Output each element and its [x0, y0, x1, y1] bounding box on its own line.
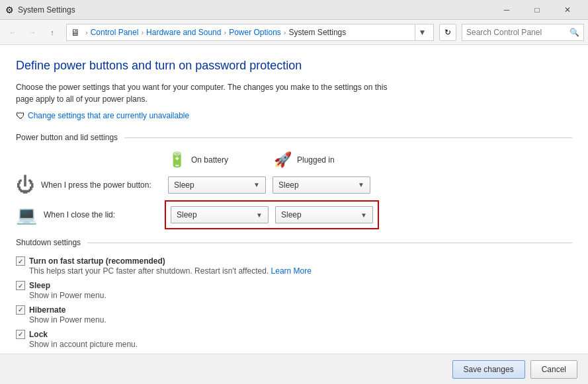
- lid-close-icon: 💻: [16, 205, 37, 225]
- description: Choose the power settings that you want …: [16, 81, 572, 105]
- maximize-button[interactable]: □: [522, 0, 552, 20]
- learn-more-link[interactable]: Learn More: [271, 266, 312, 276]
- refresh-button[interactable]: ↻: [439, 24, 456, 41]
- chevron-down-icon: ▼: [256, 211, 263, 219]
- save-button[interactable]: Save changes: [452, 360, 525, 379]
- breadcrumb-current: System Settings: [289, 28, 347, 37]
- window-title: System Settings: [18, 5, 491, 15]
- sleep-item: Sleep Show in Power menu.: [16, 281, 572, 301]
- lid-battery-dropdown[interactable]: Sleep ▼: [171, 206, 269, 223]
- window-controls: ─ □ ✕: [491, 0, 583, 20]
- lock-sublabel: Show in account picture menu.: [29, 339, 572, 350]
- power-button-dropdowns: Sleep ▼ Sleep ▼: [168, 176, 370, 194]
- minimize-button[interactable]: ─: [491, 0, 522, 20]
- navbar: ← → ↑ 🖥 › Control Panel › Hardware and S…: [0, 20, 588, 45]
- power-button-plugged-dropdown[interactable]: Sleep ▼: [273, 176, 370, 194]
- lid-close-label: When I close the lid:: [44, 210, 115, 219]
- cancel-button[interactable]: Cancel: [530, 360, 577, 379]
- shutdown-section-divider: Shutdown settings: [16, 238, 572, 247]
- lid-plugged-dropdown[interactable]: Sleep ▼: [275, 206, 373, 223]
- shield-icon: 🛡: [16, 110, 25, 121]
- forward-button[interactable]: →: [24, 24, 41, 41]
- power-button-icon: ⏻: [16, 174, 34, 196]
- lock-label: Lock: [29, 330, 48, 339]
- sleep-checkbox[interactable]: [16, 281, 25, 290]
- fast-startup-row: Turn on fast startup (recommended): [16, 256, 572, 266]
- search-icon: 🔍: [569, 28, 579, 37]
- pluggedin-icon: 🚀: [274, 151, 292, 169]
- column-header-plugged: 🚀 Plugged in: [274, 151, 380, 169]
- shutdown-divider-line: [87, 243, 572, 243]
- fast-startup-label: Turn on fast startup (recommended): [29, 256, 165, 266]
- chevron-down-icon: ▼: [360, 211, 367, 219]
- address-folder-icon: 🖥: [71, 27, 80, 38]
- power-table: 🔋 On battery 🚀 Plugged in ⏻ When I press…: [16, 151, 572, 226]
- back-button[interactable]: ←: [4, 24, 21, 41]
- search-input[interactable]: [466, 28, 569, 37]
- hibernate-row: Hibernate: [16, 305, 572, 315]
- column-header-battery: 🔋 On battery: [168, 151, 274, 169]
- fast-startup-sublabel: This helps start your PC faster after sh…: [29, 266, 572, 277]
- lock-row: Lock: [16, 330, 572, 339]
- hibernate-sublabel: Show in Power menu.: [29, 315, 572, 326]
- divider-line: [124, 137, 572, 138]
- sleep-sublabel: Show in Power menu.: [29, 290, 572, 301]
- power-button-plugged-value: Sleep: [278, 180, 299, 190]
- up-button[interactable]: ↑: [44, 24, 61, 41]
- breadcrumb-control-panel[interactable]: Control Panel: [91, 28, 139, 37]
- column-plugged-label: Plugged in: [297, 155, 335, 165]
- search-box[interactable]: 🔍: [462, 24, 584, 41]
- shutdown-section: Turn on fast startup (recommended) This …: [16, 256, 572, 350]
- power-button-battery-dropdown[interactable]: Sleep ▼: [168, 176, 266, 194]
- power-button-row: ⏻ When I press the power button: Sleep ▼…: [16, 174, 572, 196]
- lid-close-row: 💻 When I close the lid: Sleep ▼ Sleep ▼: [16, 204, 572, 226]
- chevron-down-icon: ▼: [358, 181, 364, 188]
- sleep-row: Sleep: [16, 281, 572, 290]
- page-title: Define power buttons and turn on passwor…: [16, 58, 572, 73]
- fast-startup-item: Turn on fast startup (recommended) This …: [16, 256, 572, 277]
- hibernate-label: Hibernate: [29, 305, 65, 315]
- lid-battery-value: Sleep: [177, 210, 197, 219]
- address-bar: 🖥 › Control Panel › Hardware and Sound ›…: [66, 24, 434, 41]
- fast-startup-checkbox[interactable]: [16, 256, 25, 266]
- main-content: Define power buttons and turn on passwor…: [0, 45, 588, 384]
- bottom-bar: Save changes Cancel: [0, 354, 588, 384]
- column-battery-label: On battery: [191, 155, 228, 165]
- power-section-label: Power button and lid settings: [16, 133, 118, 142]
- lock-checkbox[interactable]: [16, 330, 25, 339]
- power-section-divider: Power button and lid settings: [16, 133, 572, 142]
- hibernate-item: Hibernate Show in Power menu.: [16, 305, 572, 326]
- sleep-label: Sleep: [29, 281, 50, 290]
- battery-icon: 🔋: [168, 151, 186, 169]
- lid-close-row-left: 💻 When I close the lid:: [16, 205, 168, 225]
- shutdown-section-label: Shutdown settings: [16, 238, 81, 247]
- lid-plugged-value: Sleep: [281, 210, 302, 219]
- power-button-label: When I press the power button:: [41, 180, 151, 190]
- address-dropdown-button[interactable]: ▼: [415, 24, 429, 41]
- close-button[interactable]: ✕: [552, 0, 583, 20]
- lock-item: Lock Show in account picture menu.: [16, 330, 572, 350]
- titlebar: ⚙ System Settings ─ □ ✕: [0, 0, 588, 20]
- power-table-headers: 🔋 On battery 🚀 Plugged in: [168, 151, 572, 169]
- power-button-row-left: ⏻ When I press the power button:: [16, 174, 168, 196]
- change-settings-link[interactable]: 🛡 Change settings that are currently una…: [16, 110, 572, 121]
- power-button-battery-value: Sleep: [174, 180, 194, 190]
- breadcrumb-power-options[interactable]: Power Options: [229, 28, 281, 37]
- app-icon: ⚙: [5, 5, 14, 15]
- lid-close-dropdowns: Sleep ▼ Sleep ▼: [168, 204, 376, 226]
- breadcrumb-hardware[interactable]: Hardware and Sound: [146, 28, 221, 37]
- change-settings-anchor[interactable]: Change settings that are currently unava…: [28, 111, 189, 120]
- hibernate-checkbox[interactable]: [16, 305, 25, 315]
- chevron-down-icon: ▼: [253, 181, 260, 188]
